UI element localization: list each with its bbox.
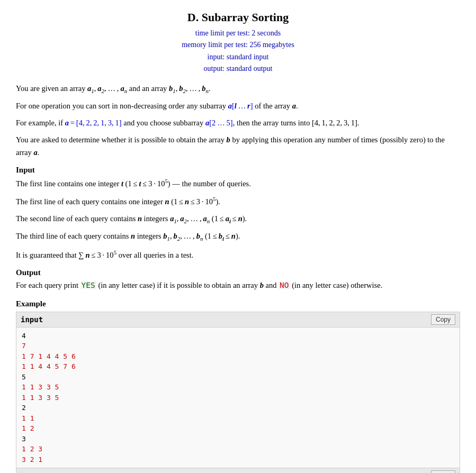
time-limit: time limit per test: 2 seconds [16,28,460,39]
page-title: D. Subarray Sorting [16,11,460,24]
input-text-2: The first line of each query contains on… [16,195,460,208]
input-copy-button[interactable]: Copy [431,314,455,325]
input-block: input Copy 4 7 1 7 1 4 4 5 6 1 1 4 4 5 7… [16,312,460,469]
input-text-5: It is guaranteed that ∑ n ≤ 3 · 105 over… [16,248,460,262]
input-line-10: 1 1 1 2 [22,414,34,433]
output-type: output: standard output [16,63,460,75]
input-label-row: input Copy [16,312,460,328]
output-block: output Copy YES YES NO NO [16,468,460,473]
input-line-14: 1 2 3 3 2 1 [22,445,42,463]
meta-info: time limit per test: 2 seconds memory li… [16,28,460,75]
problem-intro-3: For example, if a = [4, 2, 2, 1, 3, 1] a… [16,117,460,130]
input-line-1: 4 [22,332,26,340]
input-line-5: 5 [22,373,26,381]
input-content: 4 7 1 7 1 4 4 5 6 1 1 4 4 5 7 6 5 1 1 3 … [16,328,460,468]
output-label-row: output Copy [16,468,460,473]
memory-limit: memory limit per test: 256 megabytes [16,39,460,51]
input-label: input [21,315,43,324]
input-line-2: 7 1 7 1 4 4 5 6 1 1 4 4 5 7 6 [22,342,76,370]
problem-intro-1: You are given an array a1, a2, … , an an… [16,83,460,96]
input-header: Input [16,166,460,175]
example-header: Example [16,299,460,308]
problem-intro-2: For one operation you can sort in non-de… [16,100,460,113]
input-text-1: The first line contains one integer t (1… [16,177,460,190]
output-text: For each query print YES (in any letter … [16,279,460,292]
input-text-3: The second line of each query contains n… [16,213,460,226]
output-copy-button[interactable]: Copy [431,470,455,473]
input-line-13: 3 [22,435,26,443]
input-text-4: The third line of each query contains n … [16,230,460,244]
output-header: Output [16,268,460,277]
problem-intro-4: You are asked to determine whether it is… [16,134,460,159]
input-line-6: 1 1 3 3 5 1 1 3 3 5 [22,383,59,402]
input-type: input: standard input [16,51,460,63]
input-line-9: 2 [22,404,26,412]
